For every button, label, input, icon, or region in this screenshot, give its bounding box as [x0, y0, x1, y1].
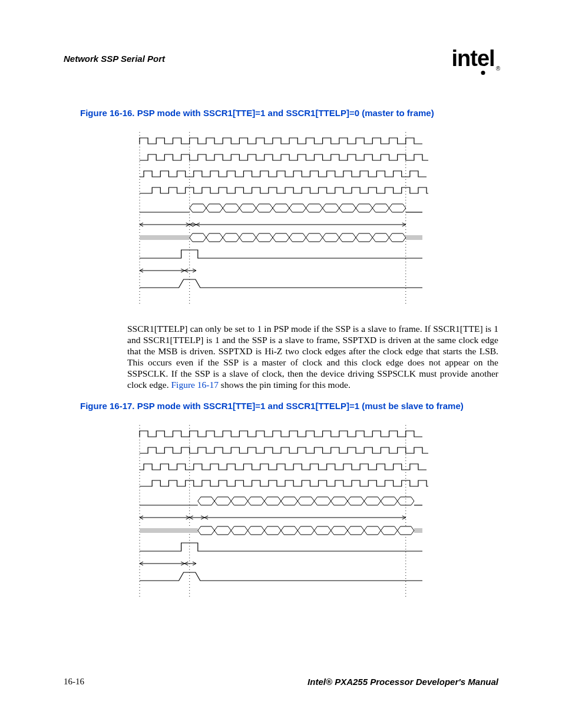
figure-16-17-caption: Figure 16-17. PSP mode with SSCR1[TTE]=1…	[80, 401, 498, 411]
page-number: 16-16	[64, 677, 84, 687]
timing-diagram-2	[134, 423, 428, 599]
figure-16-16-diagram	[64, 130, 498, 309]
page-header: Network SSP Serial Port intel®	[64, 46, 498, 71]
section-title: Network SSP Serial Port	[64, 54, 165, 64]
svg-rect-21	[414, 528, 422, 533]
timing-diagram-1	[134, 130, 428, 307]
svg-rect-8	[140, 235, 190, 240]
registered-icon: ®	[496, 65, 500, 72]
paragraph-text-2: shows the pin timing for this mode.	[219, 380, 351, 390]
intel-logo: intel®	[451, 46, 498, 71]
doc-title: Intel® PXA255 Processor Developer's Manu…	[308, 677, 498, 687]
body-paragraph: SSCR1[TTELP] can only be set to 1 in PSP…	[127, 324, 498, 390]
svg-rect-9	[406, 235, 422, 240]
svg-rect-20	[140, 528, 198, 533]
figure-16-16-caption: Figure 16-16. PSP mode with SSCR1[TTE]=1…	[80, 108, 498, 118]
page-footer: 16-16 Intel® PXA255 Processor Developer'…	[64, 677, 498, 687]
figure-16-17-xref[interactable]: Figure 16-17	[171, 380, 219, 390]
figure-16-17-diagram	[64, 423, 498, 602]
